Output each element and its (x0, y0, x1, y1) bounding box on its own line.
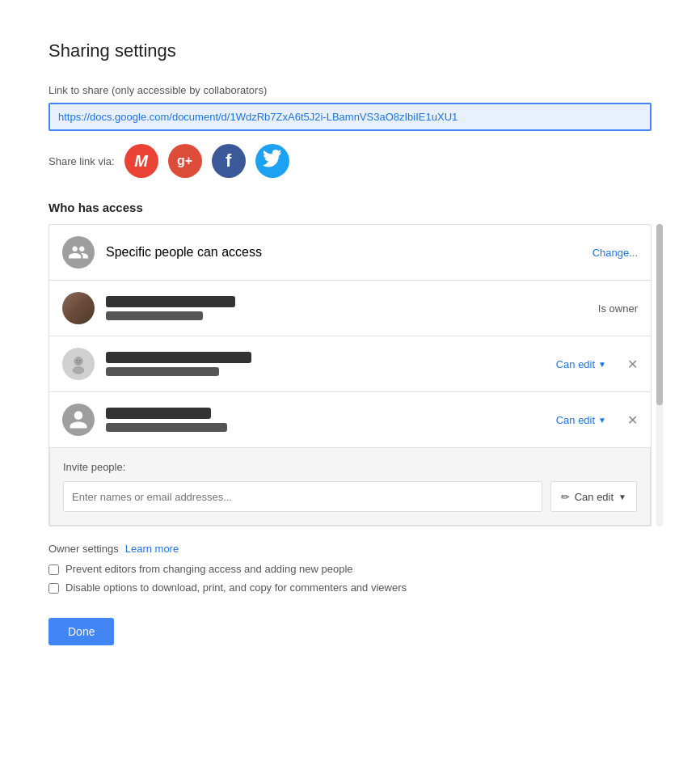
user3-email-blur (106, 423, 227, 432)
table-row: Can edit ▼ ✕ (49, 392, 651, 448)
who-has-access-title: Who has access (48, 201, 652, 214)
user3-info (106, 408, 545, 432)
avatar (62, 292, 95, 324)
share-via-label: Share link via: (48, 155, 115, 167)
prevent-editors-label: Prevent editors from changing access and… (65, 563, 353, 575)
user2-name-blur (106, 352, 251, 363)
gplus-icon: g+ (177, 154, 192, 168)
learn-more-link[interactable]: Learn more (125, 543, 179, 555)
share-link-box[interactable]: https://docs.google.com/document/d/1WdzR… (48, 103, 652, 131)
invite-input[interactable] (63, 481, 542, 512)
svg-point-1 (73, 366, 84, 374)
sharing-settings-dialog: Sharing settings Link to share (only acc… (16, 16, 684, 670)
checkbox-row-1: Prevent editors from changing access and… (48, 563, 652, 575)
user3-permission-label: Can edit (556, 414, 595, 426)
gmail-icon: M (134, 152, 148, 171)
share-via-row: Share link via: M g+ f (48, 144, 652, 178)
user1-role: Is owner (598, 302, 638, 315)
invite-permission-button[interactable]: ✏ Can edit ▼ (550, 481, 637, 512)
done-button[interactable]: Done (48, 618, 114, 645)
facebook-button[interactable]: f (212, 144, 246, 178)
access-section: Specific people can access Change... Is … (48, 224, 652, 526)
change-link[interactable]: Change... (592, 247, 638, 259)
user3-name-blur (106, 408, 211, 419)
user1-name-blur (106, 296, 235, 307)
invite-row: ✏ Can edit ▼ (63, 481, 637, 512)
pencil-icon: ✏ (561, 491, 570, 503)
facebook-icon: f (226, 150, 231, 171)
invite-label: Invite people: (63, 461, 637, 473)
access-container: Specific people can access Change... Is … (48, 224, 652, 526)
invite-permission-label: Can edit (575, 491, 614, 503)
scrollbar-thumb[interactable] (656, 224, 663, 405)
access-type-row: Specific people can access Change... (49, 225, 651, 281)
dropdown-arrow-icon: ▼ (598, 416, 606, 425)
user2-permission-dropdown[interactable]: Can edit ▼ (556, 358, 606, 370)
invite-section: Invite people: ✏ Can edit ▼ (49, 448, 651, 526)
disable-download-checkbox[interactable] (48, 583, 59, 594)
user1-email-blur (106, 311, 203, 320)
user3-permission-dropdown[interactable]: Can edit ▼ (556, 414, 606, 426)
user2-remove-button[interactable]: ✕ (627, 357, 638, 372)
svg-point-0 (74, 357, 82, 365)
access-type-label: Specific people can access (106, 245, 581, 260)
disable-download-label: Disable options to download, print, and … (65, 581, 407, 594)
svg-point-2 (76, 360, 78, 361)
user1-info (106, 296, 587, 320)
invite-dropdown-arrow-icon: ▼ (618, 493, 626, 501)
owner-settings-section: Owner settings Learn more Prevent editor… (48, 543, 652, 594)
user2-info (106, 352, 545, 376)
owner-settings-label: Owner settings (48, 543, 119, 555)
user2-email-blur (106, 367, 219, 376)
twitter-button[interactable] (255, 144, 289, 178)
twitter-icon (263, 150, 282, 173)
table-row: Is owner (49, 281, 651, 336)
svg-point-3 (79, 360, 81, 361)
dropdown-arrow-icon: ▼ (598, 360, 606, 369)
table-row: Can edit ▼ ✕ (49, 336, 651, 392)
avatar (62, 404, 95, 436)
group-avatar (62, 236, 95, 268)
gmail-button[interactable]: M (124, 144, 158, 178)
checkbox-row-2: Disable options to download, print, and … (48, 581, 652, 594)
user2-permission-label: Can edit (556, 358, 595, 370)
user3-remove-button[interactable]: ✕ (627, 412, 638, 428)
prevent-editors-checkbox[interactable] (48, 564, 59, 575)
gplus-button[interactable]: g+ (168, 144, 202, 178)
dialog-title: Sharing settings (48, 40, 652, 61)
avatar (62, 348, 95, 380)
scrollbar-track[interactable] (656, 224, 663, 526)
link-label: Link to share (only accessible by collab… (48, 84, 652, 96)
